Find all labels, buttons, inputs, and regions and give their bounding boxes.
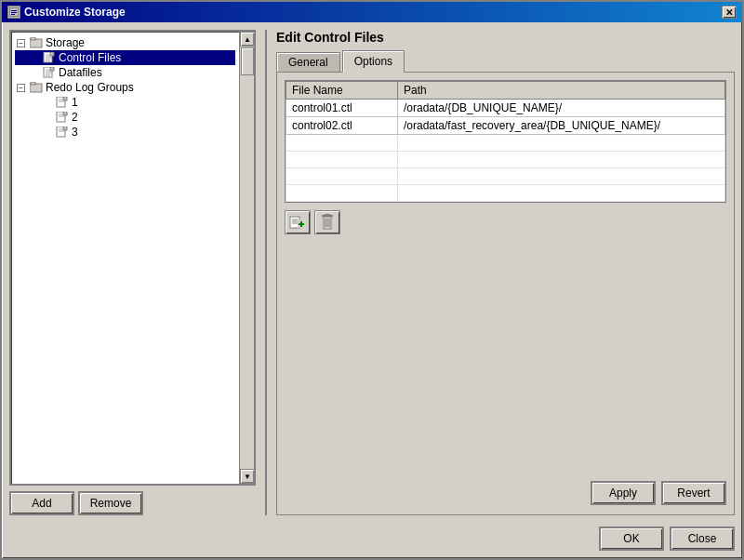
tab-bar: General Options bbox=[276, 50, 735, 73]
left-panel: − Storage bbox=[9, 30, 256, 515]
svg-rect-6 bbox=[31, 37, 35, 40]
edit-title: Edit Control Files bbox=[276, 30, 735, 45]
redo-2-label: 2 bbox=[72, 111, 78, 124]
svg-rect-30 bbox=[63, 127, 67, 130]
tab-general[interactable]: General bbox=[276, 52, 340, 73]
left-panel-buttons: Add Remove bbox=[9, 491, 256, 515]
datafiles-label: Datafiles bbox=[59, 66, 102, 79]
storage-label: Storage bbox=[46, 36, 85, 49]
cell-path-2: /oradata/fast_recovery_area/{DB_UNIQUE_N… bbox=[398, 117, 725, 135]
table-toolbar bbox=[285, 207, 726, 238]
apply-revert-buttons: Apply Revert bbox=[285, 477, 726, 507]
delete-row-button[interactable] bbox=[314, 210, 340, 234]
window-body: − Storage bbox=[2, 22, 742, 558]
scroll-down-arrow[interactable]: ▼ bbox=[240, 469, 255, 484]
redo-log-groups-label: Redo Log Groups bbox=[46, 81, 134, 94]
tree-item-datafiles[interactable]: Datafiles bbox=[15, 65, 235, 80]
tree-scrollbar: ▲ ▼ bbox=[239, 32, 254, 484]
expand-icon-storage: − bbox=[17, 39, 25, 47]
table-row-empty-3 bbox=[286, 168, 725, 185]
datafiles-icon bbox=[42, 66, 57, 79]
tree-item-redo-3[interactable]: 3 bbox=[15, 125, 235, 140]
table-row-empty-1 bbox=[286, 135, 725, 152]
cell-filename-1: control01.ctl bbox=[286, 100, 398, 117]
svg-rect-42 bbox=[325, 214, 330, 216]
cell-path-1: /oradata/{DB_UNIQUE_NAME}/ bbox=[398, 100, 725, 117]
title-bar: Customize Storage ✕ bbox=[2, 2, 742, 22]
scroll-track bbox=[240, 47, 254, 469]
redo-1-label: 1 bbox=[72, 96, 78, 109]
redo-3-label: 3 bbox=[72, 126, 78, 139]
col-path: Path bbox=[398, 82, 725, 100]
remove-button[interactable]: Remove bbox=[78, 491, 143, 515]
table-row-1[interactable]: control01.ctl /oradata/{DB_UNIQUE_NAME}/ bbox=[286, 100, 725, 117]
table-row-empty-4 bbox=[286, 185, 725, 202]
tree-item-redo-2[interactable]: 2 bbox=[15, 110, 235, 125]
svg-rect-22 bbox=[63, 97, 67, 100]
window-icon bbox=[7, 6, 20, 19]
tab-content: File Name Path control01.ctl /oradata/{D… bbox=[276, 72, 735, 515]
ok-button[interactable]: OK bbox=[599, 527, 664, 551]
content-spacer bbox=[285, 238, 726, 477]
tree-container: − Storage bbox=[9, 30, 256, 486]
redo-2-icon bbox=[55, 111, 70, 124]
svg-rect-14 bbox=[50, 67, 54, 71]
add-row-button[interactable] bbox=[285, 210, 311, 234]
add-button[interactable]: Add bbox=[9, 491, 74, 515]
control-files-label: Control Files bbox=[59, 51, 121, 64]
scroll-up-arrow[interactable]: ▲ bbox=[240, 32, 255, 47]
window-title: Customize Storage bbox=[24, 6, 126, 19]
revert-button[interactable]: Revert bbox=[661, 481, 726, 505]
svg-rect-8 bbox=[50, 52, 54, 56]
scroll-thumb[interactable] bbox=[241, 47, 254, 75]
close-button[interactable]: Close bbox=[670, 527, 735, 551]
redo-1-icon bbox=[55, 96, 70, 109]
svg-rect-4 bbox=[11, 14, 15, 15]
svg-rect-3 bbox=[11, 12, 17, 13]
main-window: Customize Storage ✕ − bbox=[0, 0, 744, 560]
redo-3-icon bbox=[55, 126, 70, 139]
cell-filename-2: control02.ctl bbox=[286, 117, 398, 135]
svg-rect-2 bbox=[11, 10, 17, 11]
title-bar-left: Customize Storage bbox=[7, 6, 126, 19]
expand-icon-redo: − bbox=[17, 84, 25, 92]
control-files-icon bbox=[42, 51, 57, 64]
tree-item-storage[interactable]: − Storage bbox=[15, 35, 235, 50]
table-wrapper: File Name Path control01.ctl /oradata/{D… bbox=[285, 80, 726, 203]
bottom-row: OK Close bbox=[9, 523, 735, 551]
vertical-divider bbox=[265, 30, 267, 515]
tree-item-control-files[interactable]: Control Files bbox=[15, 50, 235, 65]
right-panel: Edit Control Files General Options bbox=[276, 30, 735, 515]
table-row-empty-2 bbox=[286, 152, 725, 168]
tree-item-redo-1[interactable]: 1 bbox=[15, 95, 235, 110]
tab-options[interactable]: Options bbox=[342, 50, 405, 73]
close-title-button[interactable]: ✕ bbox=[722, 6, 737, 19]
tree-item-redo-log-groups[interactable]: − Redo Log Groups bbox=[15, 80, 235, 95]
storage-icon bbox=[29, 36, 44, 49]
table-row-2[interactable]: control02.ctl /oradata/fast_recovery_are… bbox=[286, 117, 725, 135]
file-table: File Name Path control01.ctl /oradata/{D… bbox=[286, 81, 725, 202]
apply-button[interactable]: Apply bbox=[591, 481, 656, 505]
col-filename: File Name bbox=[286, 82, 398, 100]
svg-rect-20 bbox=[31, 82, 35, 85]
redo-log-groups-icon bbox=[29, 81, 44, 94]
svg-rect-26 bbox=[63, 112, 67, 115]
main-content: − Storage bbox=[9, 30, 735, 515]
